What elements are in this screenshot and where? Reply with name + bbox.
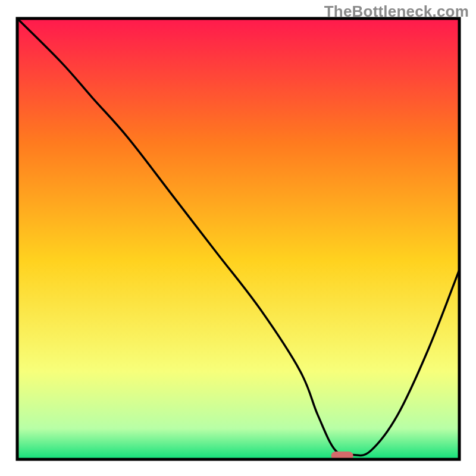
gradient-background [17,18,459,459]
chart-frame: TheBottleneck.com [0,0,476,476]
bottleneck-chart [0,0,476,476]
